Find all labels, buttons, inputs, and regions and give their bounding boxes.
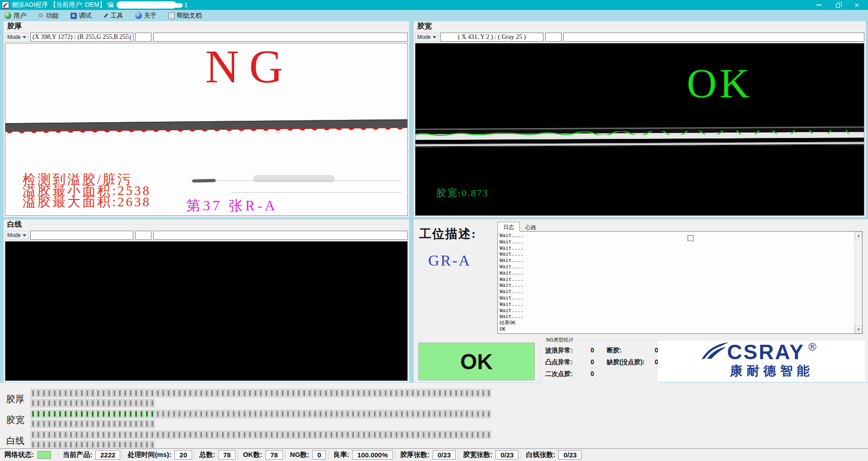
progress-cell: [373, 431, 377, 439]
about-icon: [135, 12, 142, 19]
progress-cell: [269, 431, 274, 439]
divider: [29, 225, 407, 226]
progress-cell: [90, 441, 95, 449]
progress-cell: [134, 410, 138, 418]
image-viewer-gel-thickness[interactable]: NG 检测到溢胶/脏污 溢胶最小面积:2538 溢胶最大面积:2638 第37 …: [5, 43, 408, 216]
progress-cell: [318, 410, 323, 418]
progress-cell: [389, 431, 393, 439]
mode-label: Mode: [7, 34, 21, 40]
progress-cell: [269, 389, 274, 397]
progress-cell: [448, 410, 453, 418]
restore-button[interactable]: [828, 0, 847, 10]
progress-cell: [118, 431, 122, 439]
progress-cell: [210, 431, 214, 439]
progress-cell: [340, 389, 344, 397]
status-item-value: 100.000%: [352, 450, 393, 460]
progress-cell: [400, 431, 404, 439]
progress-cell: [432, 410, 437, 418]
pixel-readout-field[interactable]: ( X 431, Y 2 ) : ( Gray 25 ): [440, 33, 543, 42]
overall-result-button[interactable]: OK: [418, 342, 535, 380]
status-item: 总数:78: [198, 450, 236, 460]
stat-broken-glue: 断胶:0: [607, 347, 660, 355]
progress-group: 白线: [0, 431, 868, 451]
progress-cell: [150, 399, 155, 407]
log-scrollbar[interactable]: ▲ ▼: [854, 232, 862, 333]
progress-row: [31, 399, 868, 407]
pixel-readout-field[interactable]: (X 398,Y 1272) : (R 255,G 255,B 255): [30, 33, 133, 42]
progress-group-label: 胶宽: [6, 414, 24, 426]
progress-cell: [237, 410, 241, 418]
progress-cell: [362, 431, 366, 439]
menu-item-tools[interactable]: 工具: [104, 12, 123, 20]
message-field[interactable]: [153, 33, 408, 42]
progress-cell: [96, 420, 100, 428]
scroll-down-icon[interactable]: ▼: [855, 326, 862, 333]
progress-cell: [394, 389, 399, 397]
progress-cell: [134, 399, 138, 407]
progress-cell: [204, 431, 209, 439]
progress-cell: [139, 431, 144, 439]
message-field[interactable]: [563, 33, 864, 42]
menu-item-about[interactable]: 关于: [135, 12, 157, 20]
progress-cell: [128, 410, 133, 418]
menu-item-debug[interactable]: ✕调试: [71, 12, 92, 20]
status-items: 当前产品:2222处理时间(ms):20总数:78OK数:78NG数:0良率:1…: [56, 450, 582, 460]
divider: [238, 451, 239, 460]
mode-dropdown[interactable]: Mode: [5, 33, 28, 42]
progress-cell: [362, 410, 366, 418]
log-checkbox[interactable]: [688, 235, 693, 241]
image-viewer-white-line[interactable]: [5, 241, 408, 381]
progress-cell: [156, 431, 160, 439]
menu-item-user[interactable]: 用户: [5, 12, 26, 20]
progress-cell: [226, 410, 231, 418]
mode-dropdown[interactable]: Mode: [5, 231, 28, 240]
progress-cell: [42, 420, 46, 428]
redaction-smudge: [192, 179, 216, 183]
progress-cell: [405, 431, 410, 439]
progress-cell: [329, 410, 334, 418]
pixel-readout-field[interactable]: [30, 231, 133, 240]
progress-cell: [427, 389, 431, 397]
menu-item-help-doc[interactable]: 帮助文档: [169, 12, 202, 20]
divider: [285, 451, 286, 460]
progress-cell: [52, 431, 57, 439]
status-item-label: 当前产品:: [63, 451, 92, 459]
menu-item-function[interactable]: ⚙功能: [38, 12, 59, 20]
progress-cell: [134, 389, 138, 397]
minimize-button[interactable]: [809, 0, 828, 10]
tab-log[interactable]: 日志: [497, 222, 520, 232]
progress-cell: [443, 431, 448, 439]
progress-cell: [150, 441, 155, 449]
toolbar-gel-width: Mode ( X 431, Y 2 ) : ( Gray 25 ): [415, 32, 864, 42]
status-item: 当前产品:2222: [61, 450, 120, 460]
progress-cell: [356, 389, 361, 397]
scroll-up-icon[interactable]: ▲: [855, 232, 862, 239]
status-item-label: 胶宽张数:: [463, 451, 492, 459]
close-button[interactable]: ×: [847, 0, 866, 10]
progress-cell: [145, 399, 149, 407]
small-value-field[interactable]: [135, 33, 151, 42]
small-value-field[interactable]: [545, 33, 561, 42]
progress-cell: [481, 389, 486, 397]
message-field[interactable]: [153, 231, 408, 240]
progress-cell: [128, 431, 133, 439]
progress-cell: [172, 389, 176, 397]
progress-cell: [470, 389, 475, 397]
log-line: Wait....: [500, 308, 853, 314]
result-text-ng: NG: [205, 43, 293, 91]
progress-cell: [297, 389, 301, 397]
tab-heartbeat[interactable]: 心跳: [520, 223, 542, 232]
progress-cell: [96, 389, 100, 397]
progress-cell: [52, 399, 57, 407]
mode-dropdown[interactable]: Mode: [415, 33, 439, 42]
progress-cell: [459, 431, 464, 439]
progress-cell: [405, 410, 410, 418]
frame-label-overlay: 第37 张R-A: [186, 196, 278, 215]
progress-cell: [118, 410, 122, 418]
small-value-field[interactable]: [135, 231, 151, 240]
image-viewer-gel-width[interactable]: OK 胶宽:0.873: [415, 43, 864, 216]
brand-name: CSRAY: [727, 342, 805, 361]
progress-cell: [237, 389, 241, 397]
log-box[interactable]: Wait....Wait....Wait....Wait....Wait....…: [497, 231, 863, 334]
stat-missing-glue: 缺胶(没点胶):0: [607, 358, 660, 366]
